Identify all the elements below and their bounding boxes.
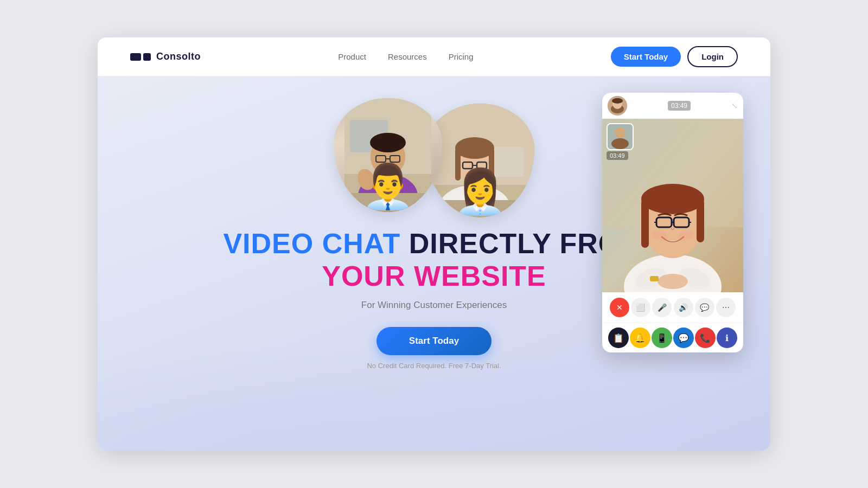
hero-section: VIDEO CHAT DIRECTLY FROM YOUR WEBSITE Fo… [98,76,770,451]
person2-image [426,104,534,217]
brand-name: Consolto [156,51,201,62]
widget-pip-thumbnail [607,123,634,150]
svg-point-10 [377,164,399,175]
hero-thumbnails [334,98,534,217]
logo-block-left [130,53,141,61]
messenger-button[interactable]: 💬 [673,328,694,348]
svg-point-29 [612,98,623,104]
copy-link-button[interactable]: 📋 [608,328,629,348]
phone-button[interactable]: 📞 [695,328,716,348]
logo: Consolto [130,51,201,62]
whatsapp-button[interactable]: 📱 [652,328,672,348]
logo-icon [130,53,151,61]
hero-subtitle: For Winning Customer Experiences [361,300,507,311]
thumbnail-person2 [426,104,534,217]
svg-rect-11 [344,193,431,212]
headline-video-chat: VIDEO CHAT [223,228,400,259]
browser-window: Consolto Product Resources Pricing Start… [98,37,770,451]
notify-button[interactable]: 🔔 [630,328,650,348]
svg-point-3 [358,174,418,212]
more-options-button[interactable]: ⋯ [716,298,736,317]
svg-rect-38 [697,199,704,242]
svg-rect-49 [650,276,659,281]
svg-rect-21 [489,148,494,178]
avatar-svg [608,96,627,115]
person2-svg [426,104,534,217]
thumbnail-person1 [334,98,442,212]
expand-icon[interactable]: ⤡ [731,101,738,110]
end-call-button[interactable]: ✕ [610,298,629,317]
nav-login-button[interactable]: Login [687,46,738,67]
nav-links: Product Resources Pricing [338,52,473,61]
widget-main-video: 03:49 [602,119,743,292]
svg-point-52 [611,138,629,149]
logo-block-right [143,53,151,61]
svg-rect-20 [455,148,461,181]
svg-point-44 [652,231,667,240]
widget-social-bar: 📋 🔔 📱 💬 📞 ℹ [602,323,743,352]
svg-point-51 [615,127,626,138]
video-call-widget: 03:49 ⤡ [602,93,743,352]
hero-headline: VIDEO CHAT DIRECTLY FROM YOUR WEBSITE [223,228,644,293]
no-credit-card-text: No Credit Card Required. Free 7-Day Tria… [367,362,501,370]
widget-header: 03:49 ⤡ [602,93,743,119]
svg-point-19 [455,137,494,159]
svg-point-45 [679,231,694,240]
svg-rect-17 [468,171,480,187]
widget-timer: 03:49 [668,101,691,111]
nav-link-product[interactable]: Product [338,52,366,61]
nav-start-today-button[interactable]: Start Today [611,47,681,67]
pip-svg [608,124,633,149]
widget-controls: ✕ ⬜ 🎤 🔊 💬 ⋯ [602,292,743,323]
hero-start-today-button[interactable]: Start Today [376,327,492,355]
svg-rect-4 [382,163,393,177]
nav-link-pricing[interactable]: Pricing [449,52,474,61]
svg-point-48 [658,274,688,289]
widget-avatar [608,96,627,115]
svg-rect-37 [641,199,649,248]
svg-point-6 [370,133,406,152]
screen-share-button[interactable]: ⬜ [631,298,650,317]
svg-point-36 [641,184,704,214]
timer-overlay: 03:49 [607,151,628,160]
headline-line2: YOUR WEBSITE [223,259,644,293]
info-button[interactable]: ℹ [717,328,737,348]
headline-line1: VIDEO CHAT DIRECTLY FROM [223,228,644,259]
svg-rect-25 [426,200,534,217]
person1-image [334,98,442,212]
microphone-button[interactable]: 🎤 [652,298,672,317]
chat-button[interactable]: 💬 [695,298,714,317]
navbar: Consolto Product Resources Pricing Start… [98,37,770,76]
person1-svg [344,98,431,212]
nav-link-resources[interactable]: Resources [388,52,427,61]
volume-button[interactable]: 🔊 [674,298,693,317]
nav-actions: Start Today Login [611,46,738,67]
